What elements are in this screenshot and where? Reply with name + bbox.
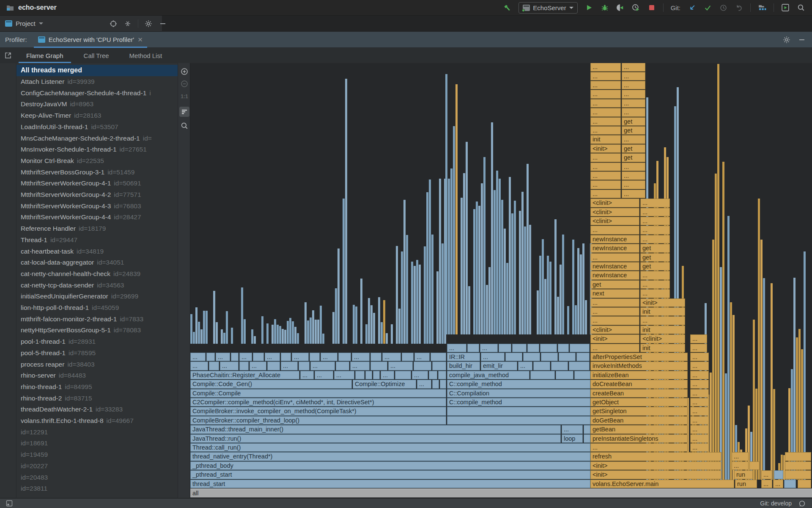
flame-frame[interactable]: [584, 425, 590, 433]
flame-frame[interactable]: get: [622, 153, 645, 162]
flame-frame[interactable]: ...: [590, 190, 621, 198]
build-hammer-icon[interactable]: [503, 3, 511, 12]
flame-spike[interactable]: [436, 271, 439, 343]
flame-frame[interactable]: ...: [414, 353, 430, 361]
flame-frame[interactable]: [774, 470, 783, 479]
flame-frame[interactable]: [370, 362, 387, 370]
flame-frame[interactable]: get: [622, 117, 645, 126]
flame-spike[interactable]: [725, 373, 727, 479]
flame-spike[interactable]: [297, 333, 299, 343]
tab-method-list[interactable]: Method List: [119, 48, 173, 63]
flame-spike[interactable]: [231, 328, 233, 344]
flame-frame[interactable]: [336, 362, 349, 370]
flame-frame[interactable]: ...: [690, 389, 709, 398]
thread-row[interactable]: threadDeathWatcher-2-1id=33283: [16, 404, 178, 415]
flame-spike[interactable]: [529, 225, 531, 334]
flame-frame[interactable]: ...: [640, 226, 670, 234]
flame-spike[interactable]: [254, 336, 256, 343]
flame-frame[interactable]: C::compile_method: [447, 398, 590, 406]
flame-frame[interactable]: compile_java_method: [447, 371, 529, 379]
profile-with-clock-icon[interactable]: [632, 3, 640, 12]
flame-spike[interactable]: [715, 174, 717, 480]
profiler-session-tab[interactable]: EchoServer with 'CPU Profiler' ✕: [34, 32, 147, 48]
flame-frame[interactable]: ...: [590, 226, 639, 234]
flame-spike[interactable]: [279, 326, 281, 343]
profiler-run-icon[interactable]: [616, 3, 625, 12]
flame-spike[interactable]: [261, 316, 263, 343]
search-everywhere-icon[interactable]: [797, 3, 805, 12]
flame-frame[interactable]: refresh: [590, 452, 721, 461]
flame-frame[interactable]: C::Compilation: [447, 389, 590, 398]
flame-frame[interactable]: [402, 353, 414, 361]
flame-frame[interactable]: createBean: [590, 389, 688, 398]
flame-frame[interactable]: ...: [690, 443, 709, 452]
flame-frame[interactable]: ...: [690, 416, 709, 425]
flame-frame[interactable]: ...: [622, 163, 645, 171]
flame-spike[interactable]: [511, 213, 513, 334]
flame-spike[interactable]: [494, 190, 496, 334]
flame-frame[interactable]: [569, 362, 590, 370]
flame-frame[interactable]: [576, 353, 590, 361]
flame-spike[interactable]: [190, 314, 192, 344]
flame-spike[interactable]: [466, 142, 468, 334]
flame-spike[interactable]: [317, 320, 319, 344]
flame-frame[interactable]: [556, 371, 573, 379]
flame-frame[interactable]: afterPropertiesSet: [590, 353, 688, 361]
thread-row[interactable]: id=20227: [16, 461, 178, 472]
flame-frame[interactable]: IR::IR: [447, 353, 480, 361]
flame-spike[interactable]: [429, 179, 431, 343]
flame-spike[interactable]: [378, 297, 380, 344]
flame-spike[interactable]: [345, 79, 347, 343]
flame-frame[interactable]: [798, 480, 811, 488]
flame-spike[interactable]: [414, 266, 416, 344]
flame-spike[interactable]: [287, 321, 289, 343]
flame-frame[interactable]: ...: [447, 344, 466, 352]
flame-frame[interactable]: ...: [590, 90, 621, 98]
flame-frame[interactable]: [365, 371, 372, 379]
flame-spike[interactable]: [411, 262, 413, 343]
flame-spike[interactable]: [453, 126, 455, 334]
flame-frame[interactable]: [530, 371, 555, 379]
flame-spike[interactable]: [206, 311, 208, 344]
tab-flame-graph[interactable]: Flame Graph: [16, 48, 74, 63]
flame-frame[interactable]: ...: [590, 99, 621, 108]
flame-frame[interactable]: [447, 407, 590, 415]
flame-spike[interactable]: [386, 333, 388, 343]
flame-frame[interactable]: ...: [690, 434, 709, 443]
flame-frame[interactable]: ...: [216, 353, 230, 361]
flame-spike[interactable]: [343, 199, 345, 344]
flame-frame[interactable]: ...: [622, 81, 645, 89]
flame-frame[interactable]: [431, 353, 446, 361]
thread-row[interactable]: pool-5-thread-1id=78595: [16, 348, 178, 359]
git-update-icon[interactable]: [688, 3, 696, 12]
flame-frame[interactable]: [541, 353, 558, 361]
flame-spike[interactable]: [567, 306, 569, 334]
flame-frame[interactable]: ...: [190, 362, 208, 370]
flame-spike[interactable]: [544, 279, 546, 334]
flame-spike[interactable]: [727, 216, 730, 479]
thread-row[interactable]: Thread-1id=29447: [16, 235, 178, 246]
toolwindow-layout-icon[interactable]: [5, 499, 14, 508]
search-icon[interactable]: [179, 121, 189, 131]
flame-frame[interactable]: emit_lir: [481, 362, 517, 370]
flame-spike[interactable]: [580, 254, 582, 334]
flame-frame[interactable]: thread_start: [190, 480, 590, 488]
flame-spike[interactable]: [282, 329, 284, 343]
flame-frame[interactable]: [570, 344, 590, 352]
flame-spike[interactable]: [241, 287, 243, 344]
flame-frame[interactable]: ...: [622, 72, 645, 80]
flame-frame[interactable]: ...: [590, 307, 639, 316]
flame-frame[interactable]: [373, 371, 380, 379]
thread-row[interactable]: MtthriftServerWorkerGroup-4-2id=77571: [16, 189, 178, 201]
flame-frame[interactable]: ...: [518, 362, 532, 370]
flame-spike[interactable]: [554, 219, 557, 335]
flame-spike[interactable]: [560, 265, 562, 334]
flame-spike[interactable]: [575, 305, 577, 334]
flame-spike[interactable]: [753, 320, 755, 479]
flame-spike[interactable]: [773, 389, 775, 480]
flame-spike[interactable]: [491, 122, 493, 335]
flame-frame[interactable]: Thread::call_run(): [190, 443, 590, 452]
flame-spike[interactable]: [424, 246, 426, 344]
flame-frame[interactable]: getSingleton: [590, 407, 688, 415]
flame-frame[interactable]: [299, 362, 310, 370]
